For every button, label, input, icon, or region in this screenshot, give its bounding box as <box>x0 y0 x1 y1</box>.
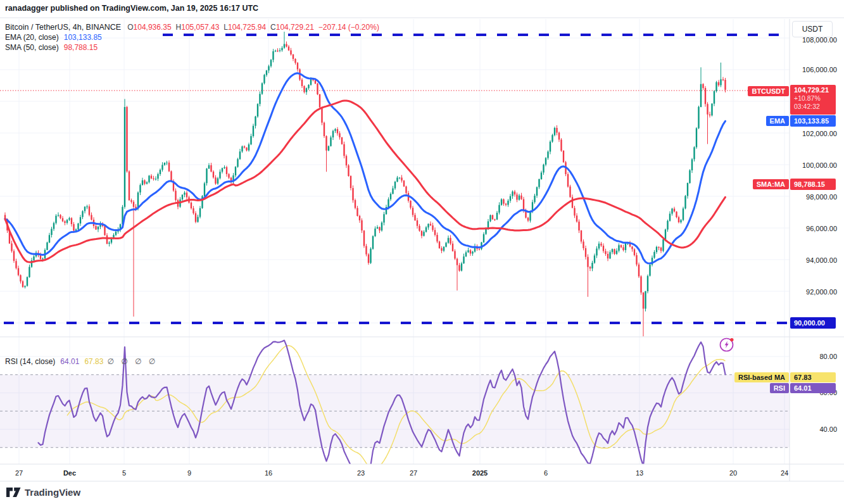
ema-legend-label[interactable]: EMA (20, close) <box>5 33 59 42</box>
symbol-price-label: BTCUSDT <box>748 86 789 96</box>
time-axis-label: 27 <box>15 469 23 477</box>
boost-icon[interactable] <box>719 336 735 353</box>
rsi-legend-extras: ∅ ∅ ∅ ∅ <box>107 357 158 366</box>
price-axis-label: 80.00 <box>791 353 837 360</box>
tradingview-logo-text: TradingView <box>25 487 80 498</box>
ohlc-close: C104,729.21 <box>270 23 314 32</box>
symbol-legend-row[interactable]: Bitcoin / TetherUS, 4h, BINANCE O104,936… <box>5 23 379 32</box>
ema-axis-badge: 103,133.85 <box>790 115 836 127</box>
rsi-axis-badge: 64.01 <box>790 383 836 393</box>
sma-legend-value: 98,788.15 <box>64 43 98 52</box>
ohlc-low: L104,725.94 <box>224 23 266 32</box>
rsi-ma-label: RSI-based MA <box>734 372 789 382</box>
price-axis-label: 106,000.00 <box>791 66 837 73</box>
time-axis-label: 20 <box>729 469 737 477</box>
published-caption: ranadagger published on TradingView.com,… <box>5 4 258 16</box>
rsi-legend-row[interactable]: RSI (14, close) 64.01 67.83 ∅ ∅ ∅ ∅ <box>5 357 158 366</box>
level-axis-badge: 90,000.00 <box>790 317 836 329</box>
rsi-legend-value: 64.01 <box>60 357 79 366</box>
price-axis-label: 98,000.00 <box>791 193 837 201</box>
ema-legend-value: 103,133.85 <box>64 33 102 42</box>
time-axis-label: 16 <box>265 469 272 477</box>
chart-canvas <box>0 0 844 504</box>
price-axis-label: 102,000.00 <box>791 130 837 137</box>
last-price-axis-badge: 104,729.21 +10.87% 03:42:32 <box>790 85 836 115</box>
ema-price-label: EMA <box>766 116 789 126</box>
time-axis-label: 27 <box>410 469 417 477</box>
price-axis-label: 100,000.00 <box>791 161 837 169</box>
tradingview-logo[interactable]: TradingView <box>6 487 80 498</box>
time-axis-label: 23 <box>357 469 365 477</box>
ohlc-open: O104,936.35 <box>127 23 171 32</box>
rsi-legend-label[interactable]: RSI (14, close) <box>5 357 55 366</box>
time-axis-label: 24 <box>781 469 788 477</box>
price-axis-label: 92,000.00 <box>791 288 837 296</box>
symbol-title[interactable]: Bitcoin / TetherUS, 4h, BINANCE <box>5 23 121 32</box>
ohlc-high: H105,057.43 <box>176 23 220 32</box>
price-axis-label: 94,000.00 <box>791 256 837 264</box>
time-axis-label: 6 <box>544 469 548 477</box>
tradingview-snapshot: ranadagger published on TradingView.com,… <box>0 0 844 504</box>
price-axis-label: 96,000.00 <box>791 225 837 232</box>
time-axis-label: 9 <box>187 469 191 477</box>
time-axis-label: 5 <box>122 469 126 477</box>
rsi-ma-legend-value: 67.83 <box>84 357 103 366</box>
sma-legend-label[interactable]: SMA (50, close) <box>5 43 59 52</box>
time-axis-label: 2025 <box>472 469 488 477</box>
rsi-ma-axis-badge: 67.83 <box>790 372 836 382</box>
tradingview-logo-icon <box>6 487 21 498</box>
ema-legend-row[interactable]: EMA (20, close) 103,133.85 <box>5 33 102 42</box>
time-axis-label: 13 <box>636 469 643 477</box>
price-axis-label: 40.00 <box>791 425 837 433</box>
sma-axis-badge: 98,788.15 <box>790 179 836 190</box>
ohlc-change: −207.14 (−0.20%) <box>318 23 379 32</box>
sma-legend-row[interactable]: SMA (50, close) 98,788.15 <box>5 43 98 52</box>
currency-toggle-button[interactable]: USDT <box>792 21 833 37</box>
rsi-label: RSI <box>770 383 789 393</box>
time-axis-label: Dec <box>63 469 76 477</box>
sma-price-label: SMA:MA <box>753 179 789 189</box>
